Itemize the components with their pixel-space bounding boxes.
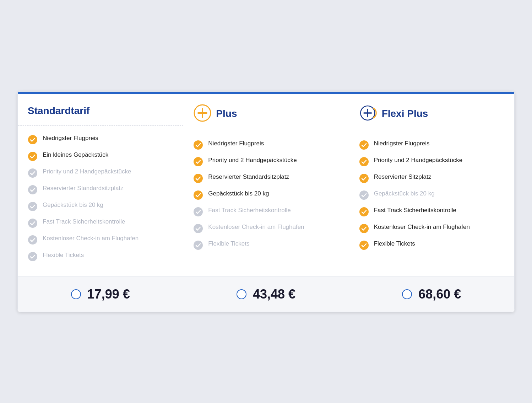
svg-point-22 bbox=[359, 207, 369, 216]
svg-point-3 bbox=[28, 185, 37, 194]
price-value: 43,48 € bbox=[253, 287, 295, 302]
svg-point-9 bbox=[194, 140, 203, 150]
feature-text: Niedrigster Flugpreis bbox=[208, 140, 264, 148]
feature-item: Kostenloser Check-in am Flughafen bbox=[359, 223, 504, 233]
feature-text: Gepäckstück bis 20 kg bbox=[208, 190, 269, 198]
feature-text: Niedrigster Flugpreis bbox=[374, 140, 430, 148]
feature-item: Flexible Tickets bbox=[359, 240, 504, 250]
feature-text: Gepäckstück bis 20 kg bbox=[374, 190, 435, 198]
card-footer-plus: 43,48 € bbox=[183, 276, 348, 312]
card-header-standard: Standardtarif bbox=[18, 94, 183, 126]
check-inactive-icon bbox=[193, 224, 203, 233]
check-active-icon bbox=[193, 173, 203, 183]
card-header-flexi-plus: Flexi Plus bbox=[349, 94, 514, 131]
card-title-flexi-plus: Flexi Plus bbox=[382, 108, 428, 119]
feature-text: Priority und 2 Handgepäckstücke bbox=[43, 168, 131, 176]
feature-item: Priority und 2 Handgepäckstücke bbox=[28, 168, 173, 178]
check-inactive-icon bbox=[28, 202, 38, 211]
card-footer-standard: 17,99 € bbox=[18, 276, 183, 312]
check-inactive-icon bbox=[193, 240, 203, 250]
check-inactive-icon bbox=[28, 235, 38, 245]
check-inactive-icon bbox=[28, 168, 38, 178]
feature-item: Ein kleines Gepäckstück bbox=[28, 151, 173, 161]
svg-point-6 bbox=[28, 235, 37, 245]
feature-text: Kostenloser Check-in am Flughafen bbox=[208, 223, 304, 231]
svg-point-11 bbox=[194, 174, 203, 183]
feature-item: Priority und 2 Handgepäckstücke bbox=[359, 156, 504, 167]
feature-text: Niedrigster Flugpreis bbox=[43, 134, 98, 143]
feature-item: Gepäckstück bis 20 kg bbox=[193, 190, 338, 200]
feature-text: Flexible Tickets bbox=[43, 251, 84, 259]
feature-item: Flexible Tickets bbox=[193, 240, 338, 250]
price-radio-button[interactable] bbox=[402, 289, 412, 299]
svg-point-13 bbox=[194, 207, 203, 216]
card-title-plus: Plus bbox=[216, 108, 237, 119]
check-active-icon bbox=[359, 224, 369, 233]
check-active-icon bbox=[28, 151, 38, 161]
plus-navy-icon bbox=[359, 104, 378, 122]
check-active-icon bbox=[359, 240, 369, 250]
feature-item: Fast Track Sicherheitskontrolle bbox=[28, 218, 173, 228]
svg-point-1 bbox=[28, 152, 37, 161]
feature-text: Reservierter Standardsitzplatz bbox=[43, 184, 124, 193]
price-value: 17,99 € bbox=[87, 287, 130, 302]
svg-point-19 bbox=[359, 157, 369, 166]
feature-item: Fast Track Sicherheitskontrolle bbox=[193, 206, 338, 217]
svg-point-24 bbox=[359, 241, 369, 250]
feature-item: Kostenloser Check-in am Flughafen bbox=[193, 223, 338, 233]
feature-text: Priority und 2 Handgepäckstücke bbox=[374, 156, 462, 165]
feature-text: Reservierter Sitzplatz bbox=[374, 173, 431, 181]
feature-text: Flexible Tickets bbox=[374, 240, 415, 248]
svg-point-14 bbox=[194, 224, 203, 233]
feature-text: Fast Track Sicherheitskontrolle bbox=[43, 218, 125, 226]
check-active-icon bbox=[359, 140, 369, 150]
plus-yellow-icon-wrapper bbox=[193, 104, 212, 124]
check-active-icon bbox=[193, 190, 203, 200]
feature-item: Flexible Tickets bbox=[28, 251, 173, 262]
check-active-icon bbox=[359, 207, 369, 217]
pricing-container: Standardtarif Niedrigster Flugpreis Ein … bbox=[17, 91, 515, 312]
plus-navy-icon-wrapper bbox=[359, 104, 378, 124]
feature-item: Niedrigster Flugpreis bbox=[359, 140, 504, 150]
svg-point-0 bbox=[28, 135, 37, 144]
check-active-icon bbox=[193, 157, 203, 167]
card-header-plus: Plus bbox=[183, 94, 348, 131]
feature-text: Fast Track Sicherheitskontrolle bbox=[208, 206, 291, 215]
svg-point-20 bbox=[359, 174, 369, 183]
feature-item: Priority und 2 Handgepäckstücke bbox=[193, 156, 338, 167]
price-radio-button[interactable] bbox=[71, 289, 81, 299]
svg-point-23 bbox=[359, 224, 369, 233]
check-inactive-icon bbox=[193, 207, 203, 217]
price-radio-button[interactable] bbox=[237, 289, 246, 299]
svg-point-21 bbox=[359, 190, 369, 200]
feature-item: Kostenloser Check-in am Flughafen bbox=[28, 235, 173, 245]
feature-text: Flexible Tickets bbox=[208, 240, 249, 248]
feature-text: Ein kleines Gepäckstück bbox=[43, 151, 108, 159]
feature-item: Reservierter Standardsitzplatz bbox=[28, 184, 173, 195]
check-active-icon bbox=[28, 135, 38, 145]
card-footer-flexi-plus: 68,60 € bbox=[349, 276, 514, 312]
feature-item: Niedrigster Flugpreis bbox=[28, 134, 173, 145]
card-features-standard: Niedrigster Flugpreis Ein kleines Gepäck… bbox=[18, 126, 183, 276]
feature-text: Kostenloser Check-in am Flughafen bbox=[374, 223, 470, 231]
card-title-standard: Standardtarif bbox=[28, 105, 89, 117]
feature-item: Reservierter Standardsitzplatz bbox=[193, 173, 338, 183]
feature-text: Fast Track Sicherheitskontrolle bbox=[374, 206, 456, 215]
feature-text: Gepäckstück bis 20 kg bbox=[43, 201, 103, 209]
price-value: 68,60 € bbox=[418, 287, 461, 302]
pricing-card-flexi-plus: Flexi Plus Niedrigster Flugpreis Priorit… bbox=[349, 91, 515, 312]
svg-point-4 bbox=[28, 202, 37, 211]
plus-yellow-icon bbox=[193, 104, 212, 122]
feature-text: Priority und 2 Handgepäckstücke bbox=[208, 156, 297, 165]
feature-text: Reservierter Standardsitzplatz bbox=[208, 173, 289, 181]
svg-point-2 bbox=[28, 168, 37, 178]
card-features-flexi-plus: Niedrigster Flugpreis Priority und 2 Han… bbox=[349, 131, 514, 276]
feature-item: Gepäckstück bis 20 kg bbox=[28, 201, 173, 211]
check-active-icon bbox=[193, 140, 203, 150]
feature-text: Kostenloser Check-in am Flughafen bbox=[43, 235, 139, 243]
check-inactive-icon bbox=[28, 185, 38, 195]
check-inactive-icon bbox=[28, 252, 38, 262]
svg-point-18 bbox=[359, 140, 369, 150]
pricing-card-standard: Standardtarif Niedrigster Flugpreis Ein … bbox=[17, 91, 183, 312]
card-features-plus: Niedrigster Flugpreis Priority und 2 Han… bbox=[183, 131, 348, 276]
